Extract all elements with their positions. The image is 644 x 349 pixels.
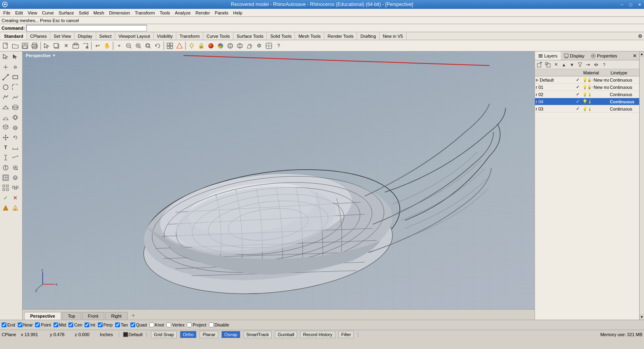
rp-tab-layers[interactable]: Layers <box>535 51 561 60</box>
shading-button[interactable] <box>175 41 184 51</box>
select-mode-button[interactable] <box>42 41 52 51</box>
tab-render-tools[interactable]: Render Tools <box>324 32 357 40</box>
tab-viewport-layout[interactable]: Viewport Layout <box>115 32 154 40</box>
menu-solid[interactable]: Solid <box>76 10 91 16</box>
tab-mesh-tools[interactable]: Mesh Tools <box>295 32 324 40</box>
rp-move-down[interactable]: ▼ <box>568 61 576 69</box>
delete-button[interactable]: ✕ <box>61 41 71 51</box>
pan-button[interactable]: ✋ <box>102 41 112 51</box>
filter-button[interactable]: Filter <box>339 331 354 338</box>
save-button[interactable] <box>20 41 30 51</box>
plane-tool[interactable] <box>1 103 10 112</box>
rp-tab-properties[interactable]: Properties <box>588 51 620 60</box>
snap-project[interactable]: Project <box>187 322 206 327</box>
snap-disable[interactable]: Disable <box>209 322 229 327</box>
snap-tan[interactable]: Tan <box>115 322 128 327</box>
tab-select[interactable]: Select <box>96 32 116 40</box>
box-l-tool[interactable] <box>1 123 10 132</box>
scroll-up-arrow[interactable]: ▲ <box>640 51 644 57</box>
render-l-tool[interactable] <box>1 173 10 183</box>
snap-mid[interactable]: Mid <box>54 322 66 327</box>
check-tool[interactable]: ✓ <box>1 193 10 203</box>
freeform-tool[interactable] <box>10 92 20 102</box>
rp-new-sublayer[interactable] <box>544 61 552 69</box>
snap-perp[interactable]: Perp <box>98 322 113 327</box>
gumball-button[interactable]: Gumball <box>275 331 297 338</box>
layer-check-default[interactable]: ✓ <box>575 77 582 82</box>
tab-curve-tools[interactable]: Curve Tools <box>203 32 233 40</box>
tab-drafting[interactable]: Drafting <box>357 32 380 40</box>
tab-solid-tools[interactable]: Solid Tools <box>267 32 295 40</box>
tab-display[interactable]: Display <box>74 32 96 40</box>
tab-standard[interactable]: Standard <box>1 32 27 40</box>
snap-cen[interactable]: Cen <box>68 322 82 327</box>
layer-row-r03[interactable]: r 03 ✓ 💡 🔒 Continuous <box>535 105 639 113</box>
tab-cplanes[interactable]: CPlanes <box>27 32 51 40</box>
vp-tab-right[interactable]: Right <box>105 312 128 320</box>
box-button[interactable] <box>235 41 245 51</box>
snap-near[interactable]: Near <box>18 322 33 327</box>
array-r-tool[interactable] <box>10 183 20 193</box>
menu-analyze[interactable]: Analyze <box>172 10 193 16</box>
tab-surface-tools[interactable]: Surface Tools <box>233 32 267 40</box>
menu-view[interactable]: View <box>25 10 40 16</box>
menu-panels[interactable]: Panels <box>213 10 231 16</box>
vp-tab-top[interactable]: Top <box>62 312 81 320</box>
snap-point-checkbox[interactable] <box>35 322 40 327</box>
polyline-tool[interactable] <box>1 92 10 102</box>
vp-tab-front[interactable]: Front <box>82 312 105 320</box>
arc-tool[interactable] <box>10 82 20 92</box>
viewport-grid-button[interactable] <box>165 41 175 51</box>
snap-end-checkbox[interactable] <box>2 322 6 327</box>
grid-snap-button[interactable]: Grid Snap <box>151 331 177 338</box>
close-button[interactable]: ✕ <box>635 0 644 9</box>
minimize-button[interactable]: ─ <box>617 0 626 9</box>
line-tool[interactable] <box>1 72 10 82</box>
select-tool[interactable] <box>1 52 10 62</box>
layer-check-r01[interactable]: ✓ <box>575 84 582 90</box>
select-area-tool[interactable] <box>10 52 20 62</box>
rp-new-layer[interactable] <box>536 61 544 69</box>
lock-button[interactable]: 🔒 <box>196 41 206 51</box>
x-tool[interactable]: ✕ <box>10 193 20 203</box>
point-tool[interactable] <box>1 62 10 72</box>
zoom-out-button[interactable] <box>124 41 134 51</box>
rect-tool[interactable] <box>10 72 20 82</box>
analyze-r-tool[interactable] <box>10 163 20 172</box>
snap-quad-checkbox[interactable] <box>130 322 135 327</box>
scroll-down-arrow[interactable]: ▼ <box>640 314 644 320</box>
perspective-viewport[interactable]: Perspective ▼ <box>23 51 535 309</box>
zoom-window-button[interactable] <box>143 41 153 51</box>
sphere-button[interactable] <box>225 41 235 51</box>
zoom-extents-button[interactable] <box>134 41 143 51</box>
restore-button[interactable]: ◻ <box>626 0 635 9</box>
array-l-tool[interactable] <box>1 183 10 193</box>
dim2-tool[interactable] <box>1 153 10 162</box>
layer-check-r02[interactable]: ✓ <box>575 92 582 97</box>
snap-knot-checkbox[interactable] <box>149 322 154 327</box>
viewport-name[interactable]: Perspective <box>26 53 51 58</box>
snap-cen-checkbox[interactable] <box>68 322 73 327</box>
menu-help[interactable]: Help <box>231 10 245 16</box>
snap-end[interactable]: End <box>2 322 15 327</box>
light-button[interactable] <box>187 41 196 51</box>
osnap-button[interactable]: Osnap <box>221 331 240 338</box>
snap-knot[interactable]: Knot <box>149 322 164 327</box>
copy2-button[interactable] <box>71 41 80 51</box>
layer-check-r03[interactable]: ✓ <box>575 106 582 111</box>
open-button[interactable] <box>10 41 20 51</box>
mesh-r-tool[interactable] <box>10 113 20 122</box>
vp-tab-add[interactable]: + <box>128 311 138 320</box>
snap-tan-checkbox[interactable] <box>115 322 120 327</box>
new-button[interactable] <box>1 41 10 51</box>
tab-new-v5[interactable]: New in V5 <box>380 32 407 40</box>
snap-quad[interactable]: Quad <box>130 322 147 327</box>
rotate-view-button[interactable] <box>153 41 163 51</box>
snap-int-checkbox[interactable] <box>85 322 89 327</box>
settings2-button[interactable]: ⚙ <box>254 41 264 51</box>
menu-transform[interactable]: Transform <box>132 10 157 16</box>
right-panel-close-button[interactable]: ✕ <box>630 52 639 60</box>
layer-check-r04[interactable]: ✓ <box>575 99 582 104</box>
tab-visibility[interactable]: Visibility <box>154 32 177 40</box>
snap-disable-checkbox[interactable] <box>209 322 214 327</box>
